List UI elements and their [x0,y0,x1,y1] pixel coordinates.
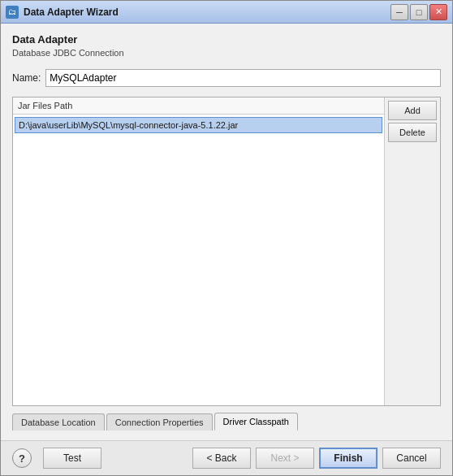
maximize-button[interactable]: □ [410,4,428,20]
title-bar: 🗂 Data Adapter Wizard ─ □ ✕ [1,1,452,24]
section-subtitle: Database JDBC Connection [12,48,441,58]
help-button[interactable]: ? [12,448,32,468]
window-title: Data Adapter Wizard [24,6,390,18]
jar-list: D:\java\userLib\MySQL\mysql-connector-ja… [13,115,384,405]
next-button[interactable]: Next > [256,448,314,469]
cancel-button[interactable]: Cancel [382,448,441,469]
list-item[interactable]: D:\java\userLib\MySQL\mysql-connector-ja… [15,117,382,133]
name-label: Name: [12,72,41,84]
close-button[interactable]: ✕ [429,4,447,20]
tab-driver-classpath[interactable]: Driver Classpath [214,413,298,431]
bottom-bar: ? Test < Back Next > Finish Cancel [1,440,452,475]
window-icon: 🗂 [6,6,19,19]
jar-panel-inner: Jar Files Path D:\java\userLib\MySQL\mys… [13,97,440,405]
tab-database-location[interactable]: Database Location [12,413,105,431]
content-area: Data Adapter Database JDBC Connection Na… [1,24,452,440]
tabs-row: Database Location Connection Properties … [12,413,441,431]
tab-connection-properties[interactable]: Connection Properties [106,413,213,431]
jar-list-area: Jar Files Path D:\java\userLib\MySQL\mys… [13,97,384,405]
minimize-button[interactable]: ─ [390,4,408,20]
finish-button[interactable]: Finish [319,448,378,469]
add-button[interactable]: Add [388,101,437,120]
name-input[interactable] [45,69,441,87]
name-row: Name: [12,69,441,87]
back-button[interactable]: < Back [192,448,251,469]
window: 🗂 Data Adapter Wizard ─ □ ✕ Data Adapter… [0,0,453,476]
delete-button[interactable]: Delete [388,123,437,142]
jar-panel: Jar Files Path D:\java\userLib\MySQL\mys… [12,97,441,406]
test-button[interactable]: Test [43,448,101,469]
section-title: Data Adapter [12,33,441,45]
jar-buttons: Add Delete [384,97,440,405]
title-bar-buttons: ─ □ ✕ [390,4,447,20]
jar-column-header: Jar Files Path [13,97,384,115]
